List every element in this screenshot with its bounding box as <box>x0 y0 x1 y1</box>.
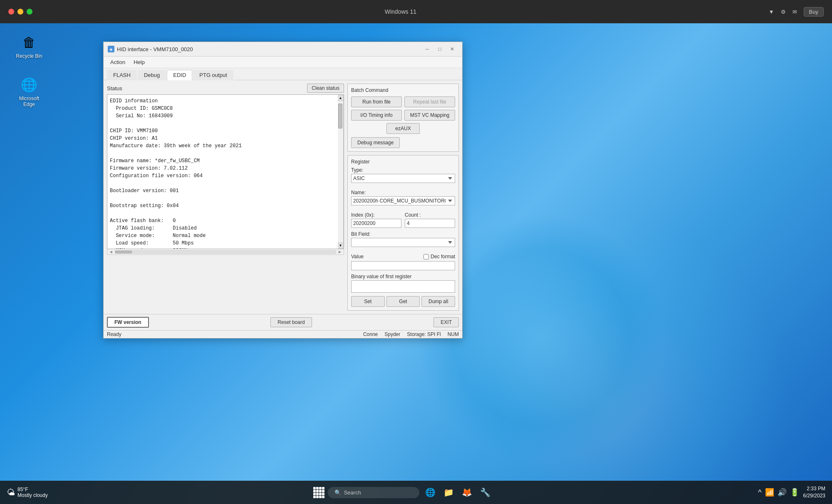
time-display: 2:33 PM <box>803 485 825 492</box>
exit-button[interactable]: EXIT <box>433 317 459 327</box>
tab-ptg-output[interactable]: PTG output <box>193 70 233 80</box>
app-status-bar: Ready Conne Spyder Storage: SPI Fl NUM <box>104 330 462 338</box>
fw-version-button[interactable]: FW version <box>107 317 149 328</box>
weather-icon: 🌤 <box>7 488 15 497</box>
clean-status-button[interactable]: Clean status <box>307 84 344 93</box>
window-controls: ─ □ ✕ <box>421 44 458 54</box>
dec-format-checkbox-label[interactable]: Dec format <box>423 254 455 259</box>
dump-all-button[interactable]: Dump all <box>421 296 455 307</box>
tab-edid[interactable]: EDID <box>167 70 192 80</box>
status-conne: Conne <box>363 331 378 337</box>
action-menu[interactable]: Action <box>107 58 129 67</box>
run-from-file-button[interactable]: Run from file <box>351 96 402 107</box>
buy-button[interactable]: Buy <box>804 7 824 17</box>
menu-bar: Action Help <box>104 57 462 68</box>
help-menu[interactable]: Help <box>130 58 148 67</box>
taskbar-app-icons: 🌐 📁 🦊 🔧 <box>422 484 493 501</box>
tab-debug[interactable]: Debug <box>138 70 166 80</box>
taskbar-left: 🌤 85°F Mostly cloudy <box>7 487 48 499</box>
taskbar-app-edge[interactable]: 🦊 <box>458 484 475 501</box>
taskbar-search[interactable]: 🔍 Search <box>328 487 419 498</box>
start-button[interactable] <box>312 486 325 499</box>
close-dot[interactable] <box>8 9 14 15</box>
name-select[interactable]: 20200200h CORE_MCU_BUSMONITOR0 <box>351 196 455 205</box>
close-button[interactable]: ✕ <box>446 44 458 54</box>
taskbar-app-browser[interactable]: 🌐 <box>422 484 438 501</box>
wifi-icon: ▼ <box>769 9 774 15</box>
battery-icon[interactable]: 🔋 <box>790 488 799 497</box>
status-ready: Ready <box>107 331 121 337</box>
edge-icon[interactable]: 🌐 Microsoft Edge <box>12 76 46 107</box>
status-num: NUM <box>448 331 459 337</box>
status-title: Status <box>107 85 122 91</box>
register-title: Register <box>351 159 455 165</box>
ezaux-button[interactable]: ezAUX <box>386 123 419 134</box>
register-group: Register Type: ASIC MCU PHY Name: 202002… <box>347 155 459 311</box>
left-panel: Status Clean status EDID information Pro… <box>107 84 344 311</box>
batch-command-group: Batch Command Run from file Repeat last … <box>347 84 459 152</box>
dec-format-checkbox[interactable] <box>423 254 429 259</box>
panel-header: Status Clean status <box>107 84 344 93</box>
volume-icon[interactable]: 🔊 <box>778 488 787 497</box>
index-count-row: Index (0x): Count : <box>351 212 455 228</box>
edge-label: Microsoft Edge <box>12 96 46 107</box>
count-group: Count : <box>405 212 455 228</box>
index-input[interactable] <box>351 219 401 228</box>
dec-format-label: Dec format <box>431 254 455 259</box>
maximize-dot[interactable] <box>27 9 32 15</box>
settings-icon: ⚙ <box>781 9 786 15</box>
get-button[interactable]: Get <box>386 296 420 307</box>
weather-info: 85°F Mostly cloudy <box>17 487 48 499</box>
set-button[interactable]: Set <box>351 296 385 307</box>
status-storage: Storage: SPI Fl <box>407 331 441 337</box>
minimize-button[interactable]: ─ <box>421 44 433 54</box>
status-bar-right: Conne Spyder Storage: SPI Fl NUM <box>363 331 459 337</box>
mst-vc-mapping-button[interactable]: MST VC Mapping <box>404 110 455 121</box>
tab-flash[interactable]: FLASH <box>107 70 137 80</box>
temperature: 85°F <box>17 487 48 492</box>
type-select[interactable]: ASIC MCU PHY <box>351 174 455 183</box>
search-icon: 🔍 <box>334 489 341 496</box>
scroll-up[interactable]: ▲ <box>338 95 343 101</box>
name-label: Name: <box>351 190 455 195</box>
horizontal-scrollbar[interactable]: ◄ ► <box>107 249 344 255</box>
scroll-down[interactable]: ▼ <box>338 242 343 248</box>
weather-condition: Mostly cloudy <box>17 492 48 498</box>
network-icon[interactable]: 📶 <box>765 488 774 497</box>
debug-message-button[interactable]: Debug message <box>351 137 400 148</box>
binary-input[interactable] <box>351 280 455 293</box>
clock-widget[interactable]: 2:33 PM 6/29/2023 <box>803 485 825 499</box>
io-timing-info-button[interactable]: I/O Timing info <box>351 110 402 121</box>
recycle-bin-icon[interactable]: 🗑 Recycle Bin <box>12 33 46 59</box>
repeat-last-file-button[interactable]: Repeat last file <box>404 96 455 107</box>
edge-image: 🌐 <box>20 76 38 94</box>
status-spyder: Spyder <box>384 331 400 337</box>
bottom-bar: FW version Reset board EXIT <box>104 314 462 330</box>
system-tray: ^ 📶 🔊 🔋 <box>758 488 799 497</box>
action-buttons-row: Set Get Dump all <box>351 296 455 307</box>
taskbar-app-files[interactable]: 📁 <box>440 484 457 501</box>
maximize-button[interactable]: □ <box>434 44 446 54</box>
os-title: Windows 11 <box>385 8 416 15</box>
search-placeholder: Search <box>344 489 361 496</box>
type-label: Type: <box>351 167 455 173</box>
status-text-area[interactable]: EDID information Product ID: GSMC0C8 Ser… <box>107 95 338 249</box>
index-label: Index (0x): <box>351 212 401 218</box>
bit-field-label: Bit Field: <box>351 231 455 237</box>
count-input[interactable] <box>405 219 455 228</box>
right-panel: Batch Command Run from file Repeat last … <box>347 84 459 311</box>
weather-widget[interactable]: 🌤 85°F Mostly cloudy <box>7 487 48 499</box>
tabs-bar: FLASH Debug EDID PTG output <box>104 68 462 80</box>
taskbar-app-tool[interactable]: 🔧 <box>477 484 493 501</box>
taskbar-right: ^ 📶 🔊 🔋 2:33 PM 6/29/2023 <box>758 485 825 499</box>
reset-board-button[interactable]: Reset board <box>270 317 312 327</box>
desktop-icons-area: 🗑 Recycle Bin 🌐 Microsoft Edge <box>12 33 46 107</box>
bit-field-select[interactable] <box>351 238 455 247</box>
scroll-thumb[interactable] <box>338 104 342 128</box>
batch-row-2: I/O Timing info MST VC Mapping <box>351 110 455 121</box>
value-input[interactable] <box>351 261 455 270</box>
minimize-dot[interactable] <box>17 9 23 15</box>
tray-chevron-icon[interactable]: ^ <box>758 488 761 497</box>
vertical-scrollbar[interactable]: ▲ ▼ <box>338 95 344 249</box>
batch-row-1: Run from file Repeat last file <box>351 96 455 107</box>
